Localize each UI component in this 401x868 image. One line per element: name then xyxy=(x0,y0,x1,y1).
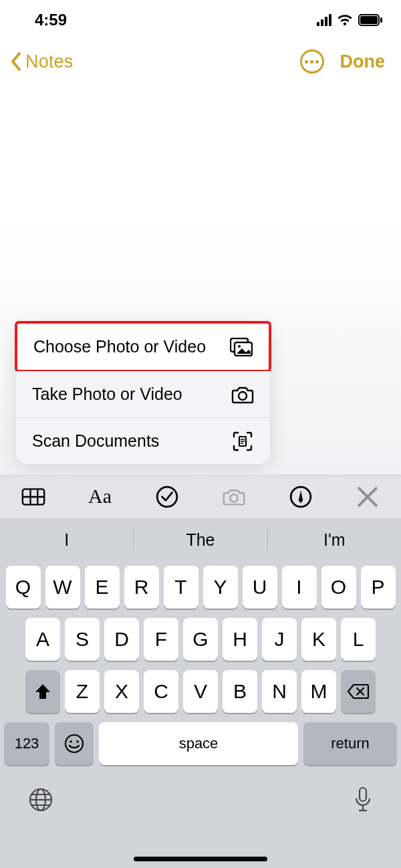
key-w[interactable]: W xyxy=(45,566,80,609)
key-x[interactable]: X xyxy=(104,670,139,713)
key-p[interactable]: P xyxy=(361,566,396,609)
status-time: 4:59 xyxy=(35,11,67,29)
svg-rect-2 xyxy=(380,17,382,23)
more-button[interactable] xyxy=(300,49,324,74)
key-h[interactable]: H xyxy=(223,618,257,661)
key-c[interactable]: C xyxy=(144,670,178,713)
prediction-3[interactable]: I'm xyxy=(268,530,401,550)
pen-circle-icon xyxy=(289,485,313,509)
text-format-button[interactable]: Aa xyxy=(67,475,134,518)
table-icon xyxy=(21,485,45,509)
camera-icon xyxy=(231,385,254,404)
key-j[interactable]: J xyxy=(262,618,297,661)
key-k[interactable]: K xyxy=(301,618,336,661)
key-m[interactable]: M xyxy=(301,670,336,713)
key-emoji[interactable] xyxy=(55,722,94,765)
keyboard: Q W E R T Y U I O P A S D F G H J K L Z … xyxy=(0,560,401,868)
menu-item-label: Scan Documents xyxy=(32,431,159,451)
back-label: Notes xyxy=(25,51,74,72)
table-button[interactable] xyxy=(0,475,67,518)
key-numbers[interactable]: 123 xyxy=(4,722,49,765)
menu-item-label: Take Photo or Video xyxy=(32,385,182,404)
chevron-left-icon xyxy=(9,51,23,72)
key-space[interactable]: space xyxy=(99,722,298,765)
menu-choose-photo[interactable]: Choose Photo or Video xyxy=(15,321,271,372)
checkmark-circle-icon xyxy=(155,485,179,509)
key-row-4: 123 space return xyxy=(4,722,397,765)
key-u[interactable]: U xyxy=(243,566,277,609)
key-backspace[interactable] xyxy=(341,670,376,713)
insert-menu: Choose Photo or Video Take Photo or Vide… xyxy=(16,322,270,464)
camera-button[interactable] xyxy=(200,475,267,518)
prediction-bar: I The I'm xyxy=(0,519,401,560)
backspace-icon xyxy=(347,683,370,699)
key-i[interactable]: I xyxy=(282,566,317,609)
markup-button[interactable] xyxy=(267,475,334,518)
key-s[interactable]: S xyxy=(65,618,100,661)
back-button[interactable]: Notes xyxy=(9,51,74,72)
key-r[interactable]: R xyxy=(124,566,159,609)
emoji-icon xyxy=(63,733,85,754)
close-toolbar-button[interactable] xyxy=(334,475,401,518)
svg-point-13 xyxy=(230,494,237,502)
svg-rect-21 xyxy=(360,788,366,801)
status-bar: 4:59 xyxy=(0,0,401,40)
wifi-icon xyxy=(337,13,353,27)
status-indicators xyxy=(317,13,382,27)
globe-button[interactable] xyxy=(28,787,53,815)
key-t[interactable]: T xyxy=(164,566,198,609)
dictation-button[interactable] xyxy=(353,786,373,816)
key-n[interactable]: N xyxy=(262,670,297,713)
nav-bar: Notes Done xyxy=(0,40,401,83)
key-y[interactable]: Y xyxy=(203,566,238,609)
photo-stack-icon xyxy=(230,338,253,356)
checklist-button[interactable] xyxy=(134,475,200,518)
key-g[interactable]: G xyxy=(183,618,218,661)
camera-icon xyxy=(222,485,246,509)
key-d[interactable]: D xyxy=(104,618,139,661)
globe-icon xyxy=(28,787,53,812)
key-l[interactable]: L xyxy=(341,618,376,661)
menu-take-photo[interactable]: Take Photo or Video xyxy=(16,371,270,418)
key-row-2: A S D F G H J K L xyxy=(4,618,397,661)
key-f[interactable]: F xyxy=(144,618,178,661)
svg-point-17 xyxy=(76,740,79,743)
keyboard-bottom-row xyxy=(4,774,397,816)
battery-icon xyxy=(358,14,382,26)
key-b[interactable]: B xyxy=(223,670,257,713)
key-row-1: Q W E R T Y U I O P xyxy=(4,566,397,609)
key-e[interactable]: E xyxy=(85,566,120,609)
menu-item-label: Choose Photo or Video xyxy=(33,337,206,356)
key-v[interactable]: V xyxy=(183,670,218,713)
doc-scan-icon xyxy=(231,432,254,451)
mic-icon xyxy=(353,786,373,813)
svg-point-6 xyxy=(239,392,247,400)
prediction-2[interactable]: The xyxy=(134,530,267,550)
cellular-icon xyxy=(317,14,331,26)
key-row-3: Z X C V B N M xyxy=(4,670,397,713)
text-format-icon: Aa xyxy=(88,485,112,509)
done-button[interactable]: Done xyxy=(340,51,386,72)
svg-point-16 xyxy=(70,740,72,743)
format-toolbar: Aa xyxy=(0,475,401,519)
shift-icon xyxy=(34,683,51,700)
menu-scan-documents[interactable]: Scan Documents xyxy=(16,418,270,464)
prediction-1[interactable]: I xyxy=(0,530,133,550)
key-return[interactable]: return xyxy=(303,722,397,765)
key-o[interactable]: O xyxy=(321,566,356,609)
home-indicator[interactable] xyxy=(134,857,267,861)
key-a[interactable]: A xyxy=(25,618,60,661)
svg-point-15 xyxy=(65,735,83,752)
svg-point-12 xyxy=(157,487,177,507)
key-q[interactable]: Q xyxy=(6,566,41,609)
svg-rect-1 xyxy=(360,16,378,24)
key-shift[interactable] xyxy=(25,670,60,713)
key-z[interactable]: Z xyxy=(65,670,100,713)
close-icon xyxy=(356,485,380,509)
svg-point-5 xyxy=(238,345,241,348)
